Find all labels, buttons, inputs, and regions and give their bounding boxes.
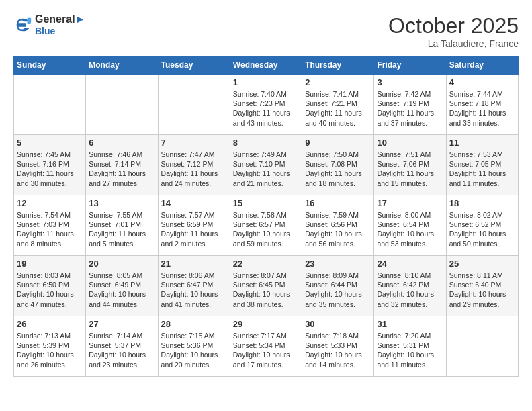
calendar-cell: 1Sunrise: 7:40 AMSunset: 7:23 PMDaylight… bbox=[230, 75, 302, 135]
day-header-wednesday: Wednesday bbox=[230, 56, 302, 75]
month-title: October 2025 bbox=[388, 13, 519, 38]
calendar-cell: 8Sunrise: 7:49 AMSunset: 7:10 PMDaylight… bbox=[230, 135, 302, 195]
day-info: Sunrise: 8:03 AMSunset: 6:50 PMDaylight:… bbox=[17, 271, 83, 309]
day-number: 1 bbox=[233, 77, 299, 87]
day-info: Sunrise: 7:14 AMSunset: 5:37 PMDaylight:… bbox=[89, 331, 154, 369]
day-header-monday: Monday bbox=[86, 56, 158, 75]
day-info: Sunrise: 7:20 AMSunset: 5:31 PMDaylight:… bbox=[377, 331, 443, 369]
day-info: Sunrise: 7:40 AMSunset: 7:23 PMDaylight:… bbox=[233, 89, 299, 128]
calendar-cell: 4Sunrise: 7:44 AMSunset: 7:18 PMDaylight… bbox=[446, 75, 518, 135]
day-info: Sunrise: 8:05 AMSunset: 6:49 PMDaylight:… bbox=[89, 271, 154, 309]
day-number: 27 bbox=[89, 319, 154, 329]
calendar-cell: 27Sunrise: 7:14 AMSunset: 5:37 PMDayligh… bbox=[86, 316, 158, 377]
calendar-cell: 23Sunrise: 8:09 AMSunset: 6:44 PMDayligh… bbox=[302, 256, 374, 316]
day-number: 2 bbox=[305, 77, 371, 87]
calendar-cell: 20Sunrise: 8:05 AMSunset: 6:49 PMDayligh… bbox=[86, 256, 158, 316]
calendar-week-1: 1Sunrise: 7:40 AMSunset: 7:23 PMDaylight… bbox=[14, 75, 519, 135]
day-number: 9 bbox=[305, 138, 371, 148]
calendar-cell: 3Sunrise: 7:42 AMSunset: 7:19 PMDaylight… bbox=[374, 75, 446, 135]
calendar-week-5: 26Sunrise: 7:13 AMSunset: 5:39 PMDayligh… bbox=[14, 316, 519, 377]
day-header-friday: Friday bbox=[374, 56, 446, 75]
day-number: 4 bbox=[449, 77, 515, 87]
calendar-cell: 5Sunrise: 7:45 AMSunset: 7:16 PMDaylight… bbox=[14, 135, 86, 195]
calendar-cell: 9Sunrise: 7:50 AMSunset: 7:08 PMDaylight… bbox=[302, 135, 374, 195]
day-info: Sunrise: 8:07 AMSunset: 6:45 PMDaylight:… bbox=[233, 271, 299, 309]
day-info: Sunrise: 7:13 AMSunset: 5:39 PMDaylight:… bbox=[17, 331, 83, 369]
day-info: Sunrise: 7:53 AMSunset: 7:05 PMDaylight:… bbox=[449, 150, 515, 188]
day-header-tuesday: Tuesday bbox=[158, 56, 230, 75]
logo: General► Blue bbox=[13, 13, 85, 36]
day-number: 16 bbox=[305, 198, 371, 208]
day-info: Sunrise: 7:41 AMSunset: 7:21 PMDaylight:… bbox=[305, 89, 371, 128]
day-number: 21 bbox=[161, 259, 227, 269]
calendar-cell: 2Sunrise: 7:41 AMSunset: 7:21 PMDaylight… bbox=[302, 75, 374, 135]
day-number: 3 bbox=[377, 77, 443, 87]
calendar-cell: 13Sunrise: 7:55 AMSunset: 7:01 PMDayligh… bbox=[86, 195, 158, 256]
day-info: Sunrise: 7:57 AMSunset: 6:59 PMDaylight:… bbox=[161, 210, 227, 248]
day-number: 14 bbox=[161, 198, 227, 208]
day-info: Sunrise: 7:49 AMSunset: 7:10 PMDaylight:… bbox=[233, 150, 299, 188]
day-info: Sunrise: 7:15 AMSunset: 5:36 PMDaylight:… bbox=[161, 331, 227, 369]
calendar-cell: 16Sunrise: 7:59 AMSunset: 6:56 PMDayligh… bbox=[302, 195, 374, 256]
day-info: Sunrise: 7:51 AMSunset: 7:06 PMDaylight:… bbox=[377, 150, 443, 188]
day-info: Sunrise: 7:42 AMSunset: 7:19 PMDaylight:… bbox=[377, 89, 443, 128]
day-info: Sunrise: 8:09 AMSunset: 6:44 PMDaylight:… bbox=[305, 271, 371, 309]
calendar-cell: 31Sunrise: 7:20 AMSunset: 5:31 PMDayligh… bbox=[374, 316, 446, 377]
logo-text: General► Blue bbox=[35, 13, 85, 36]
day-info: Sunrise: 7:45 AMSunset: 7:16 PMDaylight:… bbox=[17, 150, 83, 188]
calendar-cell bbox=[158, 75, 230, 135]
day-number: 25 bbox=[449, 259, 515, 269]
calendar-table: SundayMondayTuesdayWednesdayThursdayFrid… bbox=[13, 56, 519, 377]
calendar-cell bbox=[86, 75, 158, 135]
calendar-cell bbox=[14, 75, 86, 135]
day-number: 23 bbox=[305, 259, 371, 269]
day-number: 6 bbox=[89, 138, 154, 148]
day-number: 8 bbox=[233, 138, 299, 148]
day-number: 20 bbox=[89, 259, 154, 269]
calendar-cell: 24Sunrise: 8:10 AMSunset: 6:42 PMDayligh… bbox=[374, 256, 446, 316]
calendar-cell: 10Sunrise: 7:51 AMSunset: 7:06 PMDayligh… bbox=[374, 135, 446, 195]
calendar-cell: 14Sunrise: 7:57 AMSunset: 6:59 PMDayligh… bbox=[158, 195, 230, 256]
logo-icon bbox=[13, 15, 32, 34]
day-header-thursday: Thursday bbox=[302, 56, 374, 75]
day-number: 31 bbox=[377, 319, 443, 329]
day-info: Sunrise: 7:59 AMSunset: 6:56 PMDaylight:… bbox=[305, 210, 371, 248]
day-info: Sunrise: 8:11 AMSunset: 6:40 PMDaylight:… bbox=[449, 271, 515, 309]
day-number: 5 bbox=[17, 138, 83, 148]
calendar-cell: 12Sunrise: 7:54 AMSunset: 7:03 PMDayligh… bbox=[14, 195, 86, 256]
calendar-cell: 25Sunrise: 8:11 AMSunset: 6:40 PMDayligh… bbox=[446, 256, 518, 316]
day-number: 28 bbox=[161, 319, 227, 329]
calendar-cell: 21Sunrise: 8:06 AMSunset: 6:47 PMDayligh… bbox=[158, 256, 230, 316]
calendar-week-2: 5Sunrise: 7:45 AMSunset: 7:16 PMDaylight… bbox=[14, 135, 519, 195]
day-number: 29 bbox=[233, 319, 299, 329]
calendar-cell: 30Sunrise: 7:18 AMSunset: 5:33 PMDayligh… bbox=[302, 316, 374, 377]
day-info: Sunrise: 8:10 AMSunset: 6:42 PMDaylight:… bbox=[377, 271, 443, 309]
day-number: 10 bbox=[377, 138, 443, 148]
day-info: Sunrise: 7:18 AMSunset: 5:33 PMDaylight:… bbox=[305, 331, 371, 369]
location: La Talaudiere, France bbox=[388, 38, 519, 49]
day-info: Sunrise: 7:17 AMSunset: 5:34 PMDaylight:… bbox=[233, 331, 299, 369]
calendar-cell: 15Sunrise: 7:58 AMSunset: 6:57 PMDayligh… bbox=[230, 195, 302, 256]
calendar-cell: 28Sunrise: 7:15 AMSunset: 5:36 PMDayligh… bbox=[158, 316, 230, 377]
calendar-week-3: 12Sunrise: 7:54 AMSunset: 7:03 PMDayligh… bbox=[14, 195, 519, 256]
day-info: Sunrise: 7:44 AMSunset: 7:18 PMDaylight:… bbox=[449, 89, 515, 128]
header-row: SundayMondayTuesdayWednesdayThursdayFrid… bbox=[14, 56, 519, 75]
calendar-cell: 29Sunrise: 7:17 AMSunset: 5:34 PMDayligh… bbox=[230, 316, 302, 377]
day-info: Sunrise: 8:06 AMSunset: 6:47 PMDaylight:… bbox=[161, 271, 227, 309]
day-info: Sunrise: 7:47 AMSunset: 7:12 PMDaylight:… bbox=[161, 150, 227, 188]
calendar-week-4: 19Sunrise: 8:03 AMSunset: 6:50 PMDayligh… bbox=[14, 256, 519, 316]
day-number: 11 bbox=[449, 138, 515, 148]
day-number: 19 bbox=[17, 259, 83, 269]
day-info: Sunrise: 7:50 AMSunset: 7:08 PMDaylight:… bbox=[305, 150, 371, 188]
calendar-cell: 11Sunrise: 7:53 AMSunset: 7:05 PMDayligh… bbox=[446, 135, 518, 195]
day-number: 12 bbox=[17, 198, 83, 208]
day-number: 17 bbox=[377, 198, 443, 208]
day-number: 30 bbox=[305, 319, 371, 329]
page-header: General► Blue October 2025 La Talaudiere… bbox=[13, 13, 519, 49]
day-info: Sunrise: 7:54 AMSunset: 7:03 PMDaylight:… bbox=[17, 210, 83, 248]
day-header-sunday: Sunday bbox=[14, 56, 86, 75]
day-info: Sunrise: 8:02 AMSunset: 6:52 PMDaylight:… bbox=[449, 210, 515, 248]
day-number: 13 bbox=[89, 198, 154, 208]
day-header-saturday: Saturday bbox=[446, 56, 518, 75]
day-number: 7 bbox=[161, 138, 227, 148]
